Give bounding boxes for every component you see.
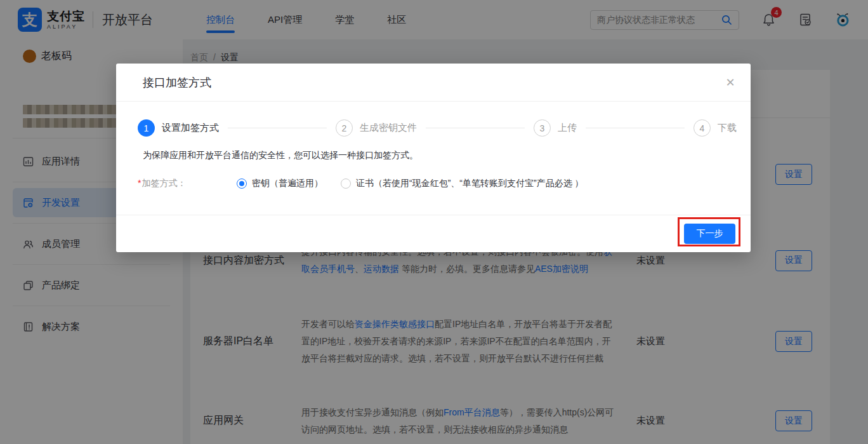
step-label: 上传	[558, 122, 577, 134]
step-number: 2	[336, 119, 353, 137]
signing-method-modal: 接口加签方式 ✕ 1 设置加签方式 2 生成密钥文件 3 上传 4 下载	[116, 64, 751, 252]
radio-option-key[interactable]: 密钥（普遍适用）	[237, 178, 323, 189]
radio-label: 密钥（普遍适用）	[252, 178, 323, 189]
step-2-generate-keys: 2 生成密钥文件	[336, 119, 417, 137]
inline-link[interactable]: 现金红包	[412, 178, 448, 188]
step-3-upload: 3 上传	[534, 119, 577, 137]
modal-title: 接口加签方式	[143, 75, 211, 90]
step-1-set-signing-method: 1 设置加签方式	[138, 119, 219, 137]
field-label-text: 加签方式：	[141, 178, 186, 188]
step-number: 3	[534, 119, 551, 137]
step-label: 设置加签方式	[162, 122, 219, 134]
step-number: 1	[138, 119, 155, 137]
step-connector	[228, 128, 327, 128]
inline-link[interactable]: 单笔转账到支付宝	[463, 178, 534, 188]
step-connector	[586, 128, 685, 128]
step-connector	[426, 128, 525, 128]
step-label: 下载	[718, 122, 737, 134]
radio-unselected-icon	[341, 178, 351, 189]
radio-option-certificate[interactable]: 证书（若使用“现金红包”、“单笔转账到支付宝”产品必选 ）	[341, 178, 584, 189]
modal-description: 为保障应用和开放平台通信的安全性，您可以选择一种接口加签方式。	[143, 150, 418, 161]
modal-header: 接口加签方式 ✕	[116, 64, 751, 102]
signing-method-field: *加签方式： 密钥（普遍适用） 证书（若使用“现金红包”、“单笔转账到支付宝”产…	[138, 178, 584, 189]
screen: 支 支付宝 ALIPAY 开放平台 控制台 API管理 学堂 社区	[0, 0, 868, 444]
radio-label: 证书（若使用“现金红包”、“单笔转账到支付宝”产品必选 ）	[356, 178, 584, 189]
step-4-download: 4 下载	[694, 119, 737, 137]
next-step-button[interactable]: 下一步	[684, 224, 735, 244]
required-mark: *	[138, 178, 141, 188]
radio-selected-icon	[237, 178, 247, 189]
close-icon[interactable]: ✕	[723, 75, 738, 90]
field-label: *加签方式：	[138, 178, 237, 189]
step-number: 4	[694, 119, 711, 137]
stepper: 1 设置加签方式 2 生成密钥文件 3 上传 4 下载	[116, 119, 751, 137]
step-label: 生成密钥文件	[360, 122, 417, 134]
modal-footer: 下一步	[116, 215, 751, 252]
